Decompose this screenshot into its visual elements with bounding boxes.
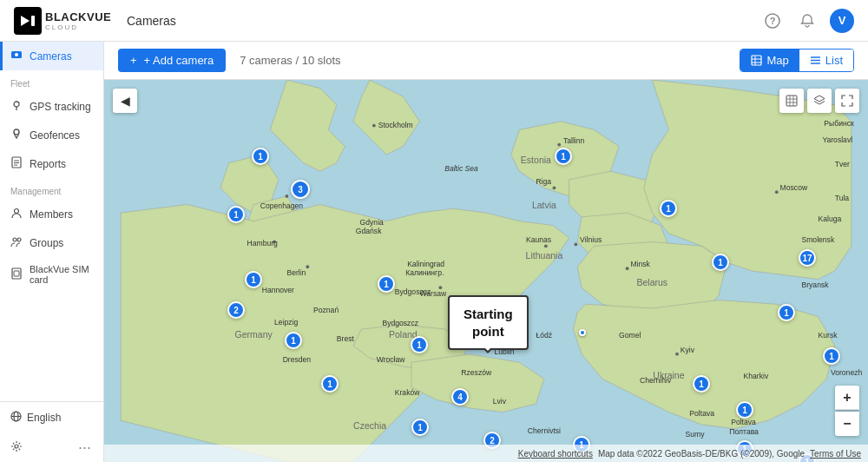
cluster-marker-13[interactable]: 1	[411, 336, 428, 353]
map-type-controls	[779, 89, 859, 113]
map-back-button[interactable]: ◀	[113, 89, 137, 113]
svg-text:Poltava: Poltava	[731, 418, 756, 426]
list-view-button[interactable]: List	[799, 50, 853, 71]
cluster-marker-19[interactable]: 1	[823, 347, 840, 365]
cluster-marker-17[interactable]: 17	[799, 249, 816, 267]
map-footer: Keyboard shortcuts Map data ©2022 GeoBas…	[104, 445, 868, 462]
svg-text:?: ?	[770, 16, 776, 26]
svg-point-41	[553, 186, 556, 189]
svg-point-14	[15, 209, 19, 214]
help-button[interactable]: ?	[760, 9, 785, 33]
more-options-button[interactable]: ···	[75, 439, 95, 457]
svg-text:Chernihiv: Chernihiv	[640, 376, 672, 385]
svg-text:Kyiv: Kyiv	[681, 346, 695, 354]
cluster-marker-9[interactable]: 4	[451, 388, 469, 406]
cluster-marker-18[interactable]: 1	[778, 304, 795, 321]
svg-text:Czechia: Czechia	[353, 420, 386, 431]
logo: BLACKVUE CLOUD	[14, 7, 118, 35]
svg-rect-23	[752, 56, 761, 65]
cluster-marker-5[interactable]: 2	[227, 301, 245, 319]
svg-point-37	[306, 265, 309, 268]
topbar: BLACKVUE CLOUD Cameras ? V	[0, 0, 868, 42]
cluster-marker-4[interactable]: 1	[245, 271, 262, 288]
map-layers-button[interactable]	[807, 89, 832, 113]
cluster-marker-16[interactable]: 1	[712, 254, 729, 271]
svg-text:Bydgoszcz: Bydgoszcz	[382, 319, 418, 327]
language-label: English	[27, 412, 61, 424]
cluster-marker-2[interactable]: 3	[291, 180, 310, 199]
svg-text:Berlin: Berlin	[286, 268, 306, 277]
page-title: Cameras	[118, 14, 760, 28]
svg-text:Estonia: Estonia	[521, 155, 551, 165]
sidebar-item-reports[interactable]: Reports	[0, 149, 103, 178]
settings-icon	[10, 440, 23, 455]
svg-point-51	[557, 143, 561, 147]
language-selector[interactable]: English	[0, 402, 103, 433]
svg-text:Lviv: Lviv	[493, 397, 507, 406]
svg-text:Gomel: Gomel	[619, 331, 641, 340]
groups-icon	[10, 235, 23, 250]
svg-rect-18	[14, 271, 19, 276]
cluster-marker-14[interactable]: 1	[555, 148, 572, 165]
cluster-marker-7[interactable]: 1	[285, 332, 302, 349]
map-fullscreen-button[interactable]	[835, 89, 859, 113]
svg-text:Chernivtsi: Chernivtsi	[528, 426, 561, 435]
svg-point-49	[675, 353, 679, 356]
cluster-marker-1[interactable]: 1	[252, 148, 269, 165]
terms-link[interactable]: Terms of Use	[810, 449, 861, 459]
globe-icon	[10, 411, 22, 425]
list-icon	[810, 55, 821, 66]
keyboard-shortcuts[interactable]: Keyboard shortcuts	[518, 449, 593, 459]
sidebar-item-members[interactable]: Members	[0, 200, 103, 228]
svg-text:Poltava: Poltava	[689, 409, 714, 418]
svg-text:Tula: Tula	[835, 194, 850, 202]
avatar[interactable]: V	[830, 9, 854, 33]
svg-text:Yaroslavl: Yaroslavl	[822, 135, 852, 144]
svg-point-7	[14, 102, 19, 107]
members-icon	[10, 207, 23, 221]
map-satellite-button[interactable]	[779, 89, 804, 113]
cluster-marker-20[interactable]: 1	[693, 375, 710, 393]
cluster-marker-6[interactable]: 1	[378, 275, 395, 293]
svg-text:Wrocław: Wrocław	[377, 355, 406, 364]
map-view-button[interactable]: Map	[740, 50, 799, 71]
svg-text:Stockholm: Stockholm	[378, 121, 413, 129]
svg-point-6	[15, 53, 18, 56]
brand-sub: CLOUD	[45, 23, 111, 31]
svg-rect-2	[31, 16, 35, 26]
toolbar: + + Add camera 7 cameras / 10 slots Map …	[104, 42, 868, 80]
cluster-marker-21[interactable]: 1	[736, 401, 753, 419]
camera-icon	[10, 49, 23, 63]
map-icon	[751, 55, 762, 66]
svg-point-45	[544, 244, 548, 248]
svg-text:Kharkiv: Kharkiv	[744, 372, 769, 380]
cluster-marker-8[interactable]: 1	[321, 375, 339, 393]
zoom-in-button[interactable]: +	[835, 386, 859, 410]
sidebar-item-gps[interactable]: GPS tracking	[0, 92, 103, 121]
sim-icon	[10, 267, 23, 282]
sidebar: Cameras Fleet GPS tracking Geofences Rep…	[0, 42, 104, 462]
sidebar-item-groups[interactable]: Groups	[0, 228, 103, 257]
notifications-button[interactable]	[795, 9, 819, 33]
add-camera-button[interactable]: + + Add camera	[118, 49, 226, 72]
cluster-marker-15[interactable]: 1	[660, 200, 677, 217]
cluster-marker-3[interactable]: 1	[227, 206, 245, 223]
svg-rect-98	[786, 96, 797, 106]
svg-text:Poznań: Poznań	[313, 306, 339, 314]
svg-text:Dresden: Dresden	[283, 355, 312, 364]
svg-text:Рыбинск: Рыбинск	[824, 119, 854, 128]
svg-text:Kaunas: Kaunas	[526, 235, 551, 244]
help-icon: ?	[765, 13, 780, 29]
zoom-out-button[interactable]: −	[835, 412, 859, 436]
starting-point-tooltip: Startingpoint	[448, 295, 529, 350]
svg-text:Voronezh: Voronezh	[831, 368, 863, 377]
sidebar-bottom: English ···	[0, 401, 103, 462]
svg-point-47	[626, 267, 629, 270]
map-area[interactable]: .land { fill: #c8dba0; stroke: #999; str…	[104, 80, 868, 462]
svg-text:Rzeszów: Rzeszów	[461, 368, 492, 377]
cluster-marker-10[interactable]: 1	[411, 419, 429, 436]
sidebar-item-geofences[interactable]: Geofences	[0, 121, 103, 149]
sidebar-item-cameras[interactable]: Cameras	[0, 42, 103, 70]
sidebar-item-sim[interactable]: BlackVue SIM card	[0, 257, 103, 292]
view-toggle: Map List	[740, 49, 854, 72]
